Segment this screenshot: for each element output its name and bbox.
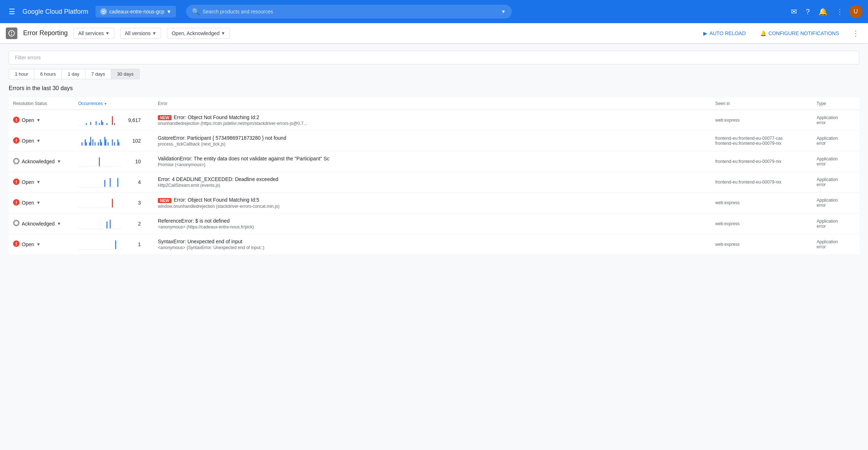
help-icon[interactable]: ? bbox=[803, 5, 813, 19]
svg-rect-22 bbox=[81, 142, 83, 146]
sub-nav-more-button[interactable]: ⋮ bbox=[849, 26, 862, 41]
error-title[interactable]: GstoreError: Participant { 5734986971873… bbox=[158, 135, 707, 141]
time-btn-6-hours[interactable]: 6 hours bbox=[34, 69, 62, 79]
mail-icon[interactable]: ✉ bbox=[788, 4, 800, 19]
svg-text:U: U bbox=[854, 8, 858, 14]
table-row: !Open▼102GstoreError: Participant { 5734… bbox=[9, 131, 859, 151]
svg-rect-31 bbox=[101, 142, 102, 146]
svg-rect-23 bbox=[85, 139, 86, 146]
type-cell-2: Applicationerror bbox=[812, 151, 859, 172]
table-row: !Open▼9,617NEWError: Object Not Found Ma… bbox=[9, 110, 859, 131]
hamburger-menu[interactable]: ☰ bbox=[6, 4, 18, 19]
svg-rect-13 bbox=[99, 123, 100, 125]
svg-text:!: ! bbox=[16, 138, 17, 143]
status-dropdown[interactable]: Open, Acknowledged ▼ bbox=[167, 28, 230, 39]
svg-rect-27 bbox=[92, 139, 93, 146]
configure-notifications-button[interactable]: 🔔 CONFIGURE NOTIFICATIONS bbox=[756, 28, 843, 38]
sort-icon: ▾ bbox=[105, 102, 106, 106]
col-error: Error bbox=[153, 97, 711, 110]
type-cell-0: Applicationerror bbox=[812, 110, 859, 131]
open-status-icon: ! bbox=[13, 178, 20, 186]
svg-rect-11 bbox=[90, 122, 91, 125]
play-icon: ▶ bbox=[703, 30, 707, 36]
time-btn-30-days[interactable]: 30 days bbox=[111, 69, 140, 79]
error-title[interactable]: NEWError: Object Not Found Matching Id:5 bbox=[158, 197, 707, 203]
status-dropdown-arrow[interactable]: ▼ bbox=[36, 200, 41, 205]
error-subtitle: onunhandledrejection (https://cdn.jsdeli… bbox=[158, 121, 707, 126]
avatar[interactable]: U bbox=[849, 5, 862, 18]
status-dropdown-arrow[interactable]: ▼ bbox=[57, 159, 61, 164]
main-content: Filter errors 1 hour6 hours1 day7 days30… bbox=[0, 43, 868, 262]
sub-nav: Error Reporting All services ▼ All versi… bbox=[0, 23, 868, 43]
occurrence-count: 9,617 bbox=[125, 117, 141, 123]
status-text: Open bbox=[22, 241, 34, 247]
time-btn-7-days[interactable]: 7 days bbox=[85, 69, 111, 79]
status-dropdown-arrow[interactable]: ▼ bbox=[36, 242, 41, 247]
project-selector[interactable]: cadeaux-entre-nous-gcp ▼ bbox=[96, 6, 176, 17]
services-dropdown-arrow: ▼ bbox=[105, 31, 110, 36]
status-cell-3: !Open▼ bbox=[13, 178, 69, 186]
col-occurrences[interactable]: Occurrences ▾ bbox=[74, 97, 153, 110]
search-icon: 🔍 bbox=[192, 8, 200, 16]
open-status-icon: ! bbox=[13, 117, 20, 124]
status-dropdown-arrow[interactable]: ▼ bbox=[57, 221, 61, 226]
mini-chart-5 bbox=[78, 218, 122, 229]
error-cell-5: ReferenceError: $ is not defined<anonymo… bbox=[153, 213, 711, 234]
all-versions-dropdown[interactable]: All versions ▼ bbox=[120, 28, 161, 39]
status-cell-0: !Open▼ bbox=[13, 117, 69, 124]
seen-in-cell-4: web:express bbox=[711, 193, 812, 213]
auto-reload-button[interactable]: ▶ AUTO RELOAD bbox=[699, 28, 750, 38]
error-title[interactable]: ReferenceError: $ is not defined bbox=[158, 218, 707, 224]
status-text: Open bbox=[22, 138, 34, 144]
search-input[interactable] bbox=[203, 9, 498, 14]
brand-name: Google Cloud Platform bbox=[22, 8, 88, 16]
error-title[interactable]: SyntaxError: Unexpected end of input bbox=[158, 239, 707, 244]
error-title[interactable]: Error: 4 DEADLINE_EXCEEDED: Deadline exc… bbox=[158, 176, 707, 182]
search-expand-icon: ▼ bbox=[501, 9, 506, 14]
seen-in-cell-0: web:express bbox=[711, 110, 812, 131]
error-title[interactable]: ValidationError: The entity data does no… bbox=[158, 156, 707, 161]
status-dropdown-arrow[interactable]: ▼ bbox=[36, 118, 41, 123]
svg-rect-61 bbox=[115, 240, 116, 249]
filter-bar[interactable]: Filter errors bbox=[9, 51, 859, 64]
error-subtitle: process._tickCallback (next_tick.js) bbox=[158, 142, 707, 147]
error-title[interactable]: NEWError: Object Not Found Matching Id:2 bbox=[158, 114, 707, 120]
top-nav: ☰ Google Cloud Platform cadeaux-entre-no… bbox=[0, 0, 868, 23]
search-bar[interactable]: 🔍 ▼ bbox=[186, 5, 512, 18]
seen-in-cell-2: frontend-eu:frontend-eu-00079-nix bbox=[711, 151, 812, 172]
status-cell-5: Acknowledged▼ bbox=[13, 220, 69, 227]
svg-point-54 bbox=[14, 221, 18, 225]
occurrence-count: 102 bbox=[125, 138, 141, 144]
type-cell-3: Applicationerror bbox=[812, 172, 859, 193]
svg-point-1 bbox=[103, 11, 104, 12]
project-icon bbox=[100, 8, 107, 15]
acknowledged-status-icon bbox=[13, 220, 20, 227]
all-services-dropdown[interactable]: All services ▼ bbox=[73, 28, 114, 39]
svg-rect-30 bbox=[100, 139, 101, 146]
error-cell-6: SyntaxError: Unexpected end of input<ano… bbox=[153, 234, 711, 255]
occurrences-cell-4: 3 bbox=[78, 197, 149, 208]
svg-rect-35 bbox=[112, 139, 113, 146]
mini-chart-6 bbox=[78, 239, 122, 250]
error-subtitle: Promise (<anonymous>) bbox=[158, 162, 707, 167]
status-dropdown-arrow[interactable]: ▼ bbox=[36, 180, 41, 185]
error-cell-2: ValidationError: The entity data does no… bbox=[153, 151, 711, 172]
table-row: Acknowledged▼10ValidationError: The enti… bbox=[9, 151, 859, 172]
status-text: Open bbox=[22, 200, 34, 206]
status-dropdown-arrow[interactable]: ▼ bbox=[36, 138, 41, 143]
svg-rect-12 bbox=[96, 121, 97, 125]
seen-in-cell-3: frontend-eu:frontend-eu-00079-nix bbox=[711, 172, 812, 193]
svg-rect-36 bbox=[114, 142, 115, 146]
time-btn-1-day[interactable]: 1 day bbox=[62, 69, 85, 79]
seen-in-cell-5: web:express bbox=[711, 213, 812, 234]
time-btn-1-hour[interactable]: 1 hour bbox=[9, 69, 34, 79]
col-resolution-status: Resolution Status bbox=[9, 97, 74, 110]
table-row: !Open▼1SyntaxError: Unexpected end of in… bbox=[9, 234, 859, 255]
more-options-icon[interactable]: ⋮ bbox=[833, 4, 846, 19]
mini-chart-1 bbox=[78, 135, 122, 146]
seen-in-cell-6: web:express bbox=[711, 234, 812, 255]
svg-rect-37 bbox=[117, 139, 118, 146]
svg-rect-16 bbox=[106, 123, 108, 125]
svg-rect-33 bbox=[105, 139, 106, 146]
notifications-icon[interactable]: 🔔 bbox=[816, 4, 830, 19]
